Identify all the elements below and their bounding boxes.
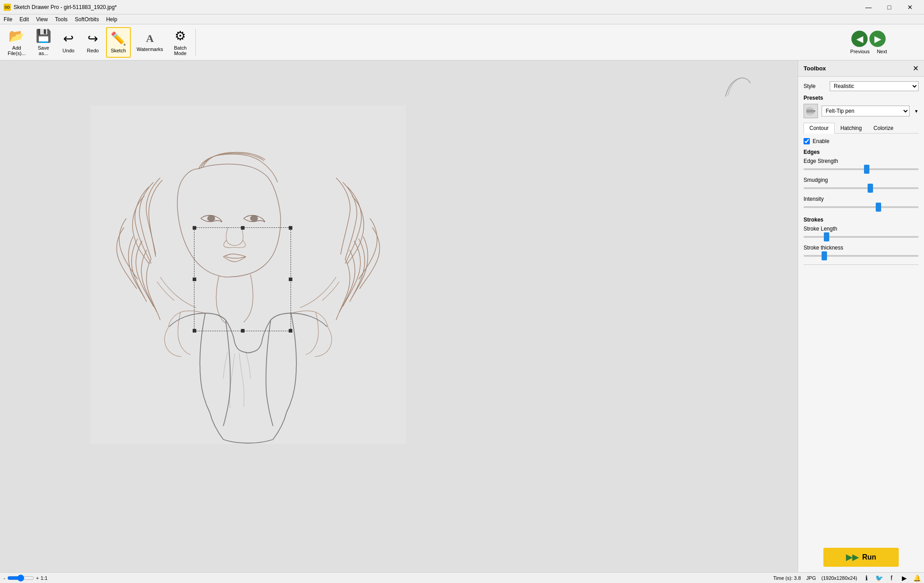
status-zoom: - + 1:1	[4, 575, 47, 581]
add-files-button[interactable]: 📂 AddFile(s)...	[4, 27, 30, 58]
format-label: JPG	[806, 575, 816, 581]
main-area: Toolbox ✕ Style Realistic Presets	[0, 60, 924, 572]
stroke-thickness-slider-row: Stroke thickness	[804, 245, 919, 260]
toolbar-separator-1	[195, 29, 196, 56]
zoom-minus-icon[interactable]: -	[4, 575, 5, 581]
maximize-button[interactable]: □	[879, 0, 900, 14]
edge-strength-slider-row: Edge Strength	[804, 158, 919, 173]
title-bar-controls: — □ ✕	[858, 0, 920, 14]
stroke-length-label: Stroke Length	[804, 226, 919, 232]
preset-icon	[804, 104, 818, 118]
play-icon[interactable]: ▶	[901, 574, 908, 582]
previous-button[interactable]: ◀	[851, 31, 868, 47]
edge-strength-track[interactable]	[804, 165, 919, 173]
run-arrow-icon: ▶▶	[846, 552, 859, 562]
toolbar: 📂 AddFile(s)... 💾 Saveas... ↩ Undo ↪ Red…	[0, 24, 924, 60]
undo-button[interactable]: ↩ Undo	[57, 27, 80, 58]
save-as-icon: 💾	[36, 28, 51, 43]
canvas-background	[0, 60, 798, 572]
sketch-icon: ✏️	[111, 31, 126, 46]
smudging-track[interactable]	[804, 184, 919, 192]
toolbox-divider	[804, 264, 919, 265]
toolbox-title: Toolbox	[804, 65, 826, 72]
minimize-button[interactable]: —	[858, 0, 879, 14]
stroke-thickness-label: Stroke thickness	[804, 245, 919, 251]
enable-row: Enable	[804, 138, 919, 144]
enable-checkbox[interactable]	[804, 138, 810, 144]
smudging-thumb[interactable]	[868, 184, 873, 193]
intensity-bg	[804, 206, 919, 208]
edge-strength-label: Edge Strength	[804, 158, 919, 164]
run-button[interactable]: ▶▶ Run	[823, 548, 899, 567]
toolbar-nav: ◀ ▶ Previous Next	[850, 31, 887, 54]
menu-edit[interactable]: Edit	[16, 15, 32, 23]
stroke-length-track[interactable]	[804, 233, 919, 241]
batch-mode-button[interactable]: ⚙ BatchMode	[169, 27, 192, 58]
toolbox-header: Toolbox ✕	[798, 60, 924, 77]
previous-label: Previous	[850, 49, 870, 54]
redo-button[interactable]: ↪ Redo	[82, 27, 104, 58]
intensity-track[interactable]	[804, 203, 919, 211]
preset-dropdown[interactable]: Felt-Tip pen	[822, 106, 910, 116]
menu-help[interactable]: Help	[102, 15, 121, 23]
svg-point-2	[250, 216, 258, 221]
smudging-label: Smudging	[804, 177, 919, 183]
next-label: Next	[877, 49, 887, 54]
watermarks-button[interactable]: A Watermarks	[133, 27, 167, 58]
smudging-bg	[804, 187, 919, 189]
status-bar: - + 1:1 Time (s): 3.8 JPG (1920x1280x24)…	[0, 572, 924, 583]
style-label: Style	[804, 83, 826, 89]
nav-labels: Previous Next	[850, 49, 887, 54]
dimensions-label: (1920x1280x24)	[821, 575, 857, 581]
close-button[interactable]: ✕	[900, 0, 920, 14]
redo-icon: ↪	[88, 31, 98, 46]
info-icon[interactable]: ℹ	[863, 574, 870, 582]
preset-dropdown-arrow[interactable]: ▼	[914, 109, 919, 114]
presets-header: Presets	[804, 95, 919, 101]
menu-tools[interactable]: Tools	[51, 15, 71, 23]
tab-hatching[interactable]: Hatching	[835, 123, 868, 133]
save-as-button[interactable]: 💾 Saveas...	[32, 27, 55, 58]
title-bar: SD Sketch Drawer Pro - girl-511883_1920.…	[0, 0, 924, 14]
toolbox-panel: Toolbox ✕ Style Realistic Presets	[798, 60, 924, 572]
style-row: Style Realistic	[804, 81, 919, 91]
run-btn-container: ▶▶ Run	[798, 542, 924, 572]
notification-icon[interactable]: 🔔	[913, 574, 920, 582]
edge-strength-thumb[interactable]	[864, 165, 869, 174]
intensity-thumb[interactable]	[876, 203, 881, 212]
twitter-icon[interactable]: 🐦	[875, 574, 882, 582]
save-as-label: Saveas...	[38, 45, 49, 56]
menu-softorbits[interactable]: SoftOrbits	[71, 15, 102, 23]
zoom-slider[interactable]	[7, 575, 34, 581]
next-button[interactable]: ▶	[869, 31, 886, 47]
smudging-slider-row: Smudging	[804, 177, 919, 192]
sketch-button[interactable]: ✏️ Sketch	[106, 27, 131, 58]
stroke-length-thumb[interactable]	[824, 232, 829, 241]
toolbox-tabs: Contour Hatching Colorize	[804, 123, 919, 134]
app-icon: SD	[4, 4, 11, 11]
edges-label: Edges	[804, 149, 919, 155]
zoom-plus-icon[interactable]: +	[36, 575, 39, 581]
time-label: Time (s): 3.8	[773, 575, 801, 581]
add-files-icon: 📂	[9, 28, 24, 43]
toolbox-close-button[interactable]: ✕	[913, 64, 919, 73]
intensity-slider-row: Intensity	[804, 196, 919, 211]
watermarks-label: Watermarks	[137, 46, 163, 52]
status-right: Time (s): 3.8 JPG (1920x1280x24) ℹ 🐦 f ▶…	[773, 574, 920, 582]
stroke-thickness-bg	[804, 255, 919, 257]
menu-view[interactable]: View	[32, 15, 51, 23]
style-dropdown[interactable]: Realistic	[830, 81, 919, 91]
stroke-thickness-thumb[interactable]	[822, 251, 827, 260]
stroke-thickness-track[interactable]	[804, 252, 919, 260]
nav-buttons: ◀ ▶	[851, 31, 886, 47]
intensity-label: Intensity	[804, 196, 919, 202]
canvas-area[interactable]	[0, 60, 798, 572]
corner-sketch	[716, 69, 753, 107]
batch-mode-label: BatchMode	[174, 45, 187, 56]
tab-colorize[interactable]: Colorize	[868, 123, 899, 133]
menu-file[interactable]: File	[0, 15, 16, 23]
tab-contour[interactable]: Contour	[804, 123, 835, 134]
facebook-icon[interactable]: f	[888, 574, 895, 582]
presets-row: Felt-Tip pen ▼	[804, 104, 919, 118]
title-bar-left: SD Sketch Drawer Pro - girl-511883_1920.…	[4, 4, 117, 11]
